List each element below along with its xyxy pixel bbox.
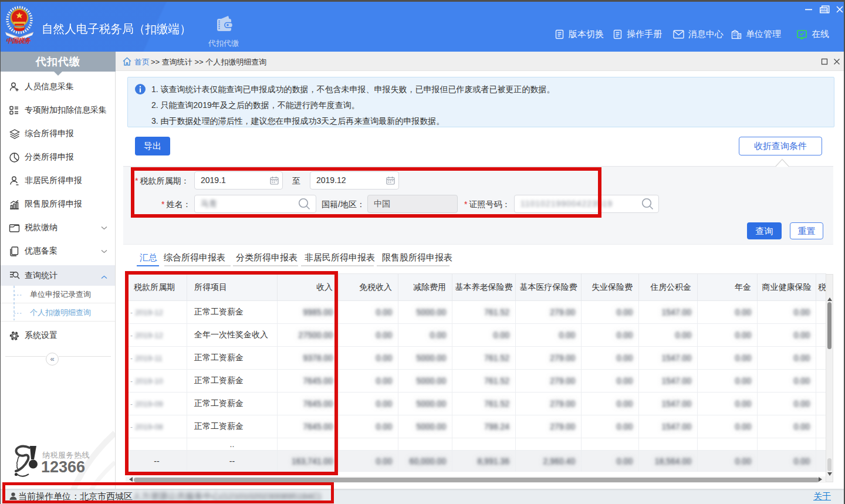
svg-text:中国税务: 中国税务 bbox=[6, 37, 31, 44]
